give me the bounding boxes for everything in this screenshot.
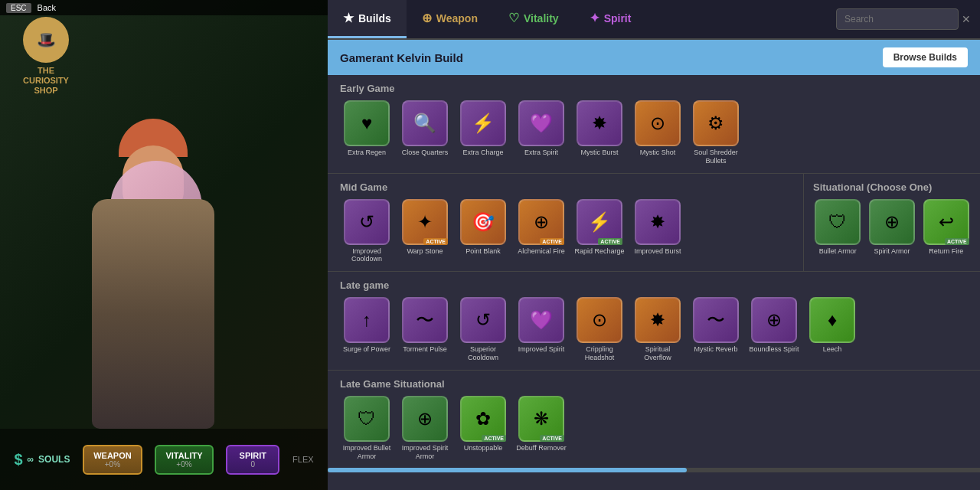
surge-of-power-name: Surge of Power	[343, 345, 390, 354]
early-game-title: Early Game	[340, 83, 968, 94]
tab-weapon[interactable]: ⊕ Weapon	[407, 0, 493, 38]
crippling-headshot-name: Crippling Headshot	[573, 345, 626, 362]
item-surge-of-power[interactable]: ↑ Surge of Power	[340, 297, 394, 362]
bottom-hud: $ ∞ SOULS WEAPON +0% VITALITY +0% SPIRIT…	[0, 429, 328, 490]
superior-cooldown-icon: ↺	[460, 297, 506, 343]
mystic-burst-name: Mystic Burst	[580, 149, 618, 157]
character-body	[46, 107, 260, 429]
superior-cooldown-name: Superior Cooldown	[457, 345, 509, 362]
late-game-title: Late game	[340, 279, 968, 291]
item-rapid-recharge[interactable]: ⚡ ACTIVE Rapid Recharge	[573, 199, 626, 264]
item-close-quarters[interactable]: 🔍 Close Quarters	[398, 100, 452, 165]
back-button[interactable]: Back	[38, 3, 56, 12]
torment-pulse-icon: 〜	[402, 297, 448, 343]
item-unstoppable[interactable]: ✿ ACTIVE Unstoppable	[456, 396, 510, 461]
builds-icon: ★	[343, 11, 354, 25]
weapon-stat-name: WEAPON	[93, 451, 132, 460]
late-game-section: Late game ↑ Surge of Power 〜 Torment Pul…	[328, 272, 980, 370]
item-mystic-burst[interactable]: ✸ Mystic Burst	[573, 100, 626, 165]
item-spirit-armor[interactable]: ⊕ Spirit Armor	[867, 199, 917, 256]
item-bullet-armor[interactable]: 🛡 Bullet Armor	[813, 199, 863, 256]
top-bar: ESC Back	[0, 0, 328, 15]
mystic-shot-icon: ⊙	[635, 100, 681, 146]
tab-bar: ★ Builds ⊕ Weapon ♡ Vitality ✦ Spirit ✕	[328, 0, 980, 40]
close-quarters-icon: 🔍	[402, 100, 448, 146]
souls-icon: $	[14, 451, 22, 469]
torment-pulse-name: Torment Pulse	[403, 345, 447, 354]
point-blank-name: Point Blank	[466, 247, 501, 256]
warp-stone-icon: ✦ ACTIVE	[402, 199, 448, 245]
vitality-stat-name: VITALITY	[165, 451, 202, 460]
item-crippling-headshot[interactable]: ⊙ Crippling Headshot	[573, 297, 626, 362]
item-extra-charge[interactable]: ⚡ Extra Charge	[456, 100, 510, 165]
item-alchemical-fire[interactable]: ⊕ ACTIVE Alchemical Fire	[514, 199, 568, 264]
tab-builds-label: Builds	[358, 12, 391, 24]
item-boundless-spirit[interactable]: ⊕ Boundless Spirit	[747, 297, 801, 362]
item-debuff-remover[interactable]: ❋ ACTIVE Debuff Remover	[514, 396, 568, 461]
item-improved-spirit[interactable]: 💜 Improved Spirit	[514, 297, 568, 362]
debuff-remover-name: Debuff Remover	[516, 444, 566, 452]
shop-name: TheCuriosityShop	[23, 66, 69, 96]
improved-cooldown-icon: ↺	[344, 199, 390, 245]
leech-name: Leech	[823, 345, 842, 354]
tab-spirit[interactable]: ✦ Spirit	[574, 0, 647, 38]
shop-logo: 🎩 TheCuriosityShop	[23, 17, 69, 96]
improved-burst-icon: ✸	[635, 199, 681, 245]
item-torment-pulse[interactable]: 〜 Torment Pulse	[398, 297, 452, 362]
tab-vitality-label: Vitality	[524, 12, 559, 24]
item-improved-spirit-armor[interactable]: ⊕ Improved Spirit Armor	[398, 396, 452, 461]
rapid-recharge-name: Rapid Recharge	[574, 247, 624, 256]
mystic-burst-icon: ✸	[577, 100, 622, 146]
character-display	[46, 107, 260, 429]
item-improved-burst[interactable]: ✸ Improved Burst	[631, 199, 684, 264]
leech-icon: ♦	[809, 297, 855, 343]
unstoppable-badge: ACTIVE	[482, 435, 506, 442]
vitality-icon: ♡	[508, 11, 519, 25]
tab-spirit-label: Spirit	[604, 12, 632, 24]
item-mystic-shot[interactable]: ⊙ Mystic Shot	[631, 100, 684, 165]
search-input[interactable]	[836, 8, 959, 30]
search-clear-button[interactable]: ✕	[962, 13, 971, 25]
item-warp-stone[interactable]: ✦ ACTIVE Warp Stone	[398, 199, 452, 264]
item-extra-regen[interactable]: ♥ Extra Regen	[340, 100, 394, 165]
alchemical-fire-icon: ⊕ ACTIVE	[518, 199, 564, 245]
tab-weapon-label: Weapon	[436, 12, 478, 24]
item-spiritual-overflow[interactable]: ✸ Spiritual Overflow	[631, 297, 684, 362]
warp-stone-name: Warp Stone	[407, 247, 443, 256]
souls-infinity-icon: ∞	[28, 454, 34, 465]
item-extra-spirit[interactable]: 💜 Extra Spirit	[514, 100, 568, 165]
build-header: Gamerant Kelvin Build Browse Builds	[328, 40, 980, 75]
item-soul-shredder[interactable]: ⚙ Soul Shredder Bullets	[689, 100, 743, 165]
improved-cooldown-name: Improved Cooldown	[341, 247, 393, 264]
mystic-shot-name: Mystic Shot	[640, 149, 676, 157]
unstoppable-name: Unstoppable	[464, 444, 503, 452]
extra-charge-icon: ⚡	[460, 100, 506, 146]
return-fire-badge: ACTIVE	[945, 238, 969, 245]
item-improved-bullet-armor[interactable]: 🛡 Improved Bullet Armor	[340, 396, 394, 461]
spiritual-overflow-icon: ✸	[635, 297, 681, 343]
item-return-fire[interactable]: ↩ ACTIVE Return Fire	[921, 199, 971, 256]
weapon-icon: ⊕	[422, 11, 432, 25]
improved-spirit-name: Improved Spirit	[518, 345, 565, 354]
boundless-spirit-name: Boundless Spirit	[749, 345, 799, 354]
alchemical-fire-name: Alchemical Fire	[518, 247, 565, 256]
extra-regen-name: Extra Regen	[348, 149, 386, 157]
item-mystic-reverb[interactable]: 〜 Mystic Reverb	[689, 297, 743, 362]
vitality-stat-block: VITALITY +0%	[155, 445, 213, 475]
item-leech[interactable]: ♦ Leech	[805, 297, 859, 362]
item-point-blank[interactable]: 🎯 Point Blank	[456, 199, 510, 264]
late-game-situational-items: 🛡 Improved Bullet Armor ⊕ Improved Spiri…	[340, 396, 968, 461]
browse-builds-button[interactable]: Browse Builds	[883, 47, 968, 67]
extra-spirit-icon: 💜	[518, 100, 564, 146]
esc-button[interactable]: ESC	[6, 3, 31, 13]
item-superior-cooldown[interactable]: ↺ Superior Cooldown	[456, 297, 510, 362]
progress-fill	[328, 468, 687, 472]
souls-display: $ ∞ SOULS	[14, 451, 70, 469]
late-game-situational-section: Late Game Situational 🛡 Improved Bullet …	[328, 371, 980, 469]
tab-builds[interactable]: ★ Builds	[328, 0, 407, 38]
mystic-reverb-name: Mystic Reverb	[694, 345, 737, 354]
spirit-stat-name: SPIRIT	[240, 451, 266, 460]
item-improved-cooldown[interactable]: ↺ Improved Cooldown	[340, 199, 394, 264]
early-game-items: ♥ Extra Regen 🔍 Close Quarters ⚡ Extra C…	[340, 100, 968, 165]
tab-vitality[interactable]: ♡ Vitality	[493, 0, 574, 38]
